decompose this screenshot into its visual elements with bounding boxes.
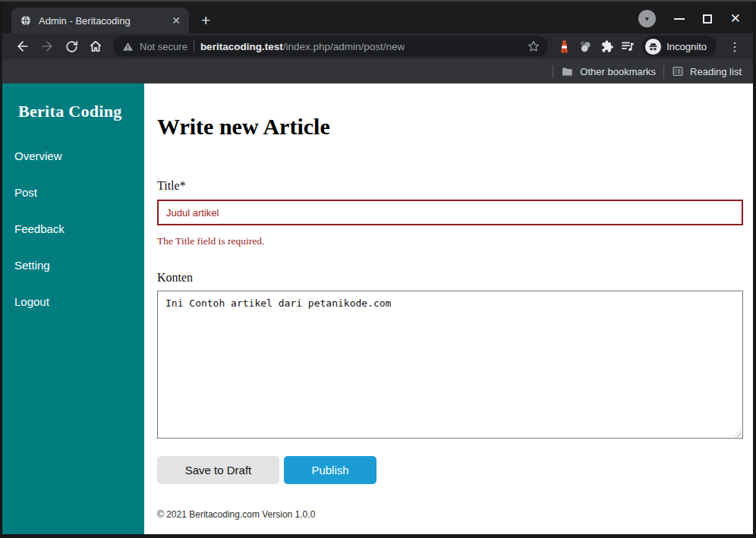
- bookmarks-separator: [663, 65, 664, 78]
- main-content: Write new Article Title* The Title field…: [144, 83, 753, 534]
- reading-list-button[interactable]: Reading list: [672, 65, 742, 77]
- forward-icon: [39, 39, 55, 54]
- reload-icon: [65, 39, 79, 54]
- tab-strip: Admin - Beritacoding ✕ + ▾ ✕: [2, 2, 753, 33]
- browser-menu-icon[interactable]: ⋮: [724, 39, 745, 54]
- playlist-extension-icon[interactable]: [618, 36, 638, 56]
- omnibox-separator: [194, 40, 194, 52]
- brand-title: Berita Coding: [2, 102, 144, 121]
- sidebar-item-setting[interactable]: Setting: [2, 247, 144, 284]
- title-input[interactable]: [157, 200, 743, 225]
- tab-close-icon[interactable]: ✕: [169, 14, 183, 27]
- url-host: beritacoding.test: [200, 41, 283, 52]
- tab-title: Admin - Beritacoding: [39, 15, 162, 27]
- sidebar-item-overview[interactable]: Overview: [2, 138, 144, 175]
- form-actions: Save to Draft Publish: [157, 456, 743, 484]
- incognito-icon: [645, 39, 661, 55]
- other-bookmarks-label: Other bookmarks: [580, 66, 656, 77]
- bookmarks-separator: [553, 65, 553, 78]
- home-icon: [88, 39, 103, 54]
- bookmark-star-icon[interactable]: [527, 39, 540, 53]
- globe-favicon-icon: [20, 14, 32, 27]
- browser-toolbar: Not secure beritacoding.test/index.php/a…: [2, 33, 753, 59]
- browser-window: Admin - Beritacoding ✕ + ▾ ✕ Not secure: [0, 0, 756, 538]
- save-to-draft-button[interactable]: Save to Draft: [157, 456, 279, 484]
- sidebar: Berita Coding Overview Post Feedback Set…: [2, 83, 144, 534]
- spheres-extension-icon[interactable]: [575, 36, 595, 56]
- new-tab-button[interactable]: +: [201, 13, 210, 28]
- maximize-button[interactable]: [703, 14, 712, 24]
- lighthouse-extension-icon[interactable]: [554, 36, 574, 56]
- extensions-puzzle-icon[interactable]: [597, 36, 616, 56]
- content-textarea-wrap: Ini Contoh artikel dari petanikode.com: [157, 291, 743, 439]
- copyright-footer: © 2021 Beritacoding.com Version 1.0.0: [157, 509, 743, 520]
- content-label: Konten: [157, 271, 743, 285]
- close-window-button[interactable]: ✕: [730, 12, 741, 25]
- address-bar[interactable]: Not secure beritacoding.test/index.php/a…: [113, 36, 548, 57]
- home-button[interactable]: [84, 36, 107, 57]
- warning-icon: [122, 41, 134, 52]
- folder-icon: [561, 65, 574, 78]
- title-error-message: The Title field is required.: [157, 235, 743, 247]
- content-textarea[interactable]: Ini Contoh artikel dari petanikode.com: [157, 291, 743, 439]
- back-icon: [15, 39, 30, 54]
- window-controls: ▾ ✕: [638, 10, 753, 27]
- incognito-badge: Incognito: [642, 36, 717, 57]
- bookmarks-bar: Other bookmarks Reading list: [2, 59, 753, 83]
- minimize-button[interactable]: [674, 18, 685, 20]
- reading-list-icon: [672, 65, 684, 77]
- security-label: Not secure: [140, 41, 187, 52]
- sidebar-item-feedback[interactable]: Feedback: [2, 211, 144, 247]
- other-bookmarks-button[interactable]: Other bookmarks: [561, 65, 656, 78]
- sidebar-nav: Overview Post Feedback Setting Logout: [2, 138, 144, 320]
- window-menu-button[interactable]: ▾: [638, 10, 656, 27]
- incognito-label: Incognito: [666, 41, 707, 52]
- publish-button[interactable]: Publish: [284, 456, 376, 484]
- url-path: /index.php/admin/post/new: [283, 41, 405, 52]
- sidebar-item-logout[interactable]: Logout: [2, 284, 144, 320]
- url-text: beritacoding.test/index.php/admin/post/n…: [200, 41, 405, 52]
- page-title: Write new Article: [157, 114, 743, 140]
- sidebar-item-post[interactable]: Post: [2, 175, 144, 211]
- browser-tab[interactable]: Admin - Beritacoding ✕: [11, 8, 189, 33]
- reload-button[interactable]: [60, 36, 83, 57]
- back-button[interactable]: [11, 36, 34, 57]
- title-label: Title*: [157, 179, 743, 193]
- page-content: Berita Coding Overview Post Feedback Set…: [2, 83, 753, 534]
- forward-button[interactable]: [36, 36, 58, 57]
- reading-list-label: Reading list: [690, 66, 742, 77]
